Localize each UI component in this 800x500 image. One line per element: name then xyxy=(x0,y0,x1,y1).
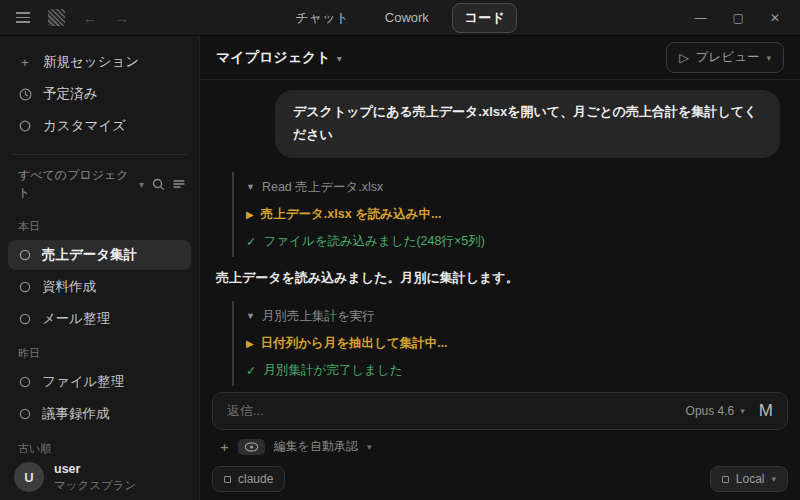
auto-approve-label[interactable]: 編集を自動承認 xyxy=(274,438,358,455)
project-item-files[interactable]: ファイル整理 xyxy=(8,367,191,397)
project-item-label: 議事録作成 xyxy=(42,405,110,423)
window-minimize-icon[interactable]: — xyxy=(695,12,707,24)
chevron-down-icon: ▾ xyxy=(337,53,342,64)
reply-placeholder: 返信... xyxy=(227,402,264,420)
user-name: user xyxy=(54,462,136,478)
section-title-oldest: 古い順 xyxy=(0,431,199,454)
preview-label: プレビュー xyxy=(696,49,760,66)
app-logo-icon xyxy=(48,9,65,26)
tool-done-line: ✓ ファイルを読み込みました(248行×5列) xyxy=(246,228,780,255)
circle-icon xyxy=(18,408,31,420)
tool-header-read[interactable]: ▼ Read 売上データ.xlsx xyxy=(246,174,780,201)
collapse-triangle-icon: ▼ xyxy=(246,311,255,321)
avatar: U xyxy=(14,462,44,492)
eye-icon xyxy=(244,442,259,452)
projects-filter-label: すべてのプロジェクト xyxy=(18,167,133,201)
project-title-dropdown[interactable]: マイプロジェクト▾ xyxy=(216,49,342,67)
tool-done-label: ファイルを読み込みました(248行×5列) xyxy=(263,233,484,250)
plus-icon: + xyxy=(18,55,32,70)
mode-badge: M xyxy=(759,401,773,421)
collapse-triangle-icon: ▼ xyxy=(246,182,255,192)
running-triangle-icon: ▶ xyxy=(246,209,254,220)
sidebar: + 新規セッション 予定済み カスタマイズ すべての xyxy=(0,36,200,500)
forward-icon[interactable]: → xyxy=(115,10,129,26)
menu-icon[interactable] xyxy=(16,12,30,23)
attach-button[interactable]: + xyxy=(220,439,229,454)
project-item-label: メール整理 xyxy=(42,310,110,328)
circle-icon xyxy=(18,376,31,388)
circle-icon xyxy=(18,313,31,325)
reply-input[interactable]: 返信... Opus 4.6 ▾ M xyxy=(212,392,788,430)
environment-label: Local xyxy=(736,472,765,486)
tool-running-line: ▶ 売上データ.xlsx を読み込み中... xyxy=(246,201,780,228)
new-session-label: 新規セッション xyxy=(43,53,139,71)
tool-running-label: 売上データ.xlsx を読み込み中... xyxy=(261,206,442,223)
list-icon[interactable] xyxy=(173,179,185,189)
window-close-icon[interactable]: ✕ xyxy=(770,12,780,24)
project-list: 本日 売上データ集計 資料作成 メール整理 昨日 ファイル整理 xyxy=(0,205,199,454)
project-item-minutes[interactable]: 議事録作成 xyxy=(8,399,191,429)
customize-label: カスタマイズ xyxy=(43,117,126,135)
circle-icon xyxy=(18,120,32,132)
user-profile[interactable]: U user マックスプラン xyxy=(0,454,199,500)
scheduled-button[interactable]: 予定済み xyxy=(0,78,199,110)
model-name: Opus 4.6 xyxy=(686,404,735,418)
agent-chip-label: claude xyxy=(238,472,273,486)
chevron-down-icon: ▾ xyxy=(367,442,372,452)
status-row: claude Local ▾ xyxy=(212,466,788,492)
user-message-bubble: デスクトップにある売上データ.xlsxを開いて、月ごとの売上合計を集計してくださ… xyxy=(275,90,780,158)
tool-done-label: 月別集計が完了しました xyxy=(263,362,402,379)
tool-header-label: 月別売上集計を実行 xyxy=(262,308,375,325)
window-maximize-icon[interactable]: ▢ xyxy=(733,12,744,24)
project-item-label: 売上データ集計 xyxy=(42,246,137,264)
chevron-down-icon: ▾ xyxy=(139,179,144,190)
check-icon: ✓ xyxy=(246,363,256,378)
project-item-mail[interactable]: メール整理 xyxy=(8,304,191,334)
project-item-label: ファイル整理 xyxy=(42,373,124,391)
tab-cowork[interactable]: Cowork xyxy=(372,4,442,31)
running-triangle-icon: ▶ xyxy=(246,338,254,349)
section-title-yesterday: 昨日 xyxy=(0,336,199,365)
chevron-down-icon: ▾ xyxy=(740,406,745,416)
main-header: マイプロジェクト▾ ▷ プレビュー ▾ xyxy=(200,36,800,80)
model-selector[interactable]: Opus 4.6 ▾ xyxy=(686,404,745,418)
composer: 返信... Opus 4.6 ▾ M + 編集を自動承認 xyxy=(200,388,800,500)
chevron-down-icon: ▾ xyxy=(766,53,771,63)
project-title: マイプロジェクト xyxy=(216,49,331,65)
preview-button[interactable]: ▷ プレビュー ▾ xyxy=(666,42,784,73)
tab-code[interactable]: コード xyxy=(452,3,518,33)
check-icon: ✓ xyxy=(246,234,256,249)
tab-chat[interactable]: チャット xyxy=(283,3,362,33)
chat-transcript: デスクトップにある売上データ.xlsxを開いて、月ごとの売上合計を集計してくださ… xyxy=(200,80,800,388)
agent-chip-claude[interactable]: claude xyxy=(212,466,285,492)
section-title-today: 本日 xyxy=(0,209,199,238)
square-icon xyxy=(224,476,231,483)
tool-block-aggregate: ▼ 月別売上集計を実行 ▶ 日付列から月を抽出して集計中... ✓ 月別集計が完… xyxy=(232,301,780,386)
tool-header-aggregate[interactable]: ▼ 月別売上集計を実行 xyxy=(246,303,780,330)
tool-done-line: ✓ 月別集計が完了しました xyxy=(246,357,780,384)
tool-running-label: 日付列から月を抽出して集計中... xyxy=(261,335,448,352)
scheduled-label: 予定済み xyxy=(43,85,97,103)
back-icon[interactable]: ← xyxy=(83,10,97,26)
tool-header-label: Read 売上データ.xlsx xyxy=(262,179,383,196)
new-session-button[interactable]: + 新規セッション xyxy=(0,46,199,78)
environment-selector-local[interactable]: Local ▾ xyxy=(710,466,788,492)
tool-running-line: ▶ 日付列から月を抽出して集計中... xyxy=(246,330,780,357)
tool-block-read: ▼ Read 売上データ.xlsx ▶ 売上データ.xlsx を読み込み中...… xyxy=(232,172,780,257)
project-item-docs[interactable]: 資料作成 xyxy=(8,272,191,302)
customize-button[interactable]: カスタマイズ xyxy=(0,110,199,142)
app-window: ← → チャット Cowork コード — ▢ ✕ + 新規セッション xyxy=(0,0,800,500)
projects-filter-dropdown[interactable]: すべてのプロジェクト ▾ xyxy=(0,163,199,205)
main-panel: マイプロジェクト▾ ▷ プレビュー ▾ デスクトップにある売上データ.xlsxを… xyxy=(200,36,800,500)
clock-icon xyxy=(18,88,32,101)
project-item-label: 資料作成 xyxy=(42,278,96,296)
circle-icon xyxy=(18,249,31,261)
auto-approve-toggle[interactable] xyxy=(238,439,265,455)
title-bar: ← → チャット Cowork コード — ▢ ✕ xyxy=(0,0,800,36)
search-icon[interactable] xyxy=(152,178,165,191)
chevron-down-icon: ▾ xyxy=(771,474,776,484)
sidebar-divider xyxy=(12,154,187,155)
project-item-sales-summary[interactable]: 売上データ集計 xyxy=(8,240,191,270)
circle-icon xyxy=(18,281,31,293)
assistant-message: 売上データを読み込みました。月別に集計します。 xyxy=(216,269,780,287)
